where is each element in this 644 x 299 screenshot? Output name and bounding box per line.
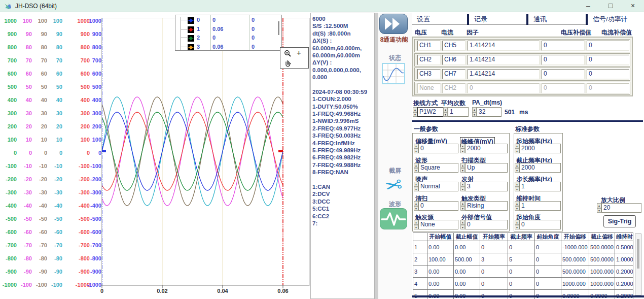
std-param-spinner-3-value[interactable]: 1 xyxy=(519,201,561,211)
pa-dt-spinner-value[interactable]: 32 xyxy=(477,107,502,117)
sweep-table-cell[interactable]: 5 xyxy=(508,253,535,265)
fast-forward-button[interactable] xyxy=(379,14,408,34)
sweep-table-cell[interactable]: 5 xyxy=(413,290,427,299)
gen-param-spinner-9-arrows[interactable]: ▲▼ xyxy=(460,220,465,229)
sweep-table-cell[interactable]: 0.00 xyxy=(427,265,454,278)
sweep-table-cell[interactable]: 500.0000 xyxy=(561,253,589,265)
factor-field[interactable]: 1.414214 xyxy=(468,69,540,79)
sweep-table-cell[interactable]: 0 xyxy=(480,265,508,278)
current-channel-select[interactable]: CH6 xyxy=(442,55,466,65)
gen-param-spinner-3[interactable]: ▲▼Up xyxy=(460,163,508,173)
pa-dt-spinner-arrows[interactable]: ▲▼ xyxy=(472,107,477,117)
gen-param-spinner-4[interactable]: ▲▼Normal xyxy=(414,182,458,191)
gen-param-spinner-9[interactable]: ▲▼0 xyxy=(460,220,508,229)
screenshot-scissors-icon[interactable]: ✂ xyxy=(379,172,407,199)
pa-dt-spinner[interactable]: ▲▼32 xyxy=(472,107,502,117)
sweep-table-cell[interactable]: 500.0000 xyxy=(589,253,615,265)
sweep-table-cell[interactable]: 0 xyxy=(508,265,535,278)
gen-param-spinner-1-value[interactable]: 2000 xyxy=(465,144,508,153)
sweep-table-cell[interactable]: 0 xyxy=(535,253,561,265)
average-count-spinner[interactable]: ▲▼1 xyxy=(443,107,469,117)
zoom-plus-icon[interactable]: + xyxy=(297,48,301,57)
current-comp-field[interactable]: 0 xyxy=(587,69,629,79)
sweep-table-cell[interactable]: 0.00 xyxy=(427,278,454,290)
maximize-button[interactable]: □ xyxy=(599,0,622,12)
sweep-table-cell[interactable]: 0.0000 xyxy=(561,290,589,299)
std-param-spinner-4-value[interactable]: 0 xyxy=(519,220,561,229)
voltage-channel-select[interactable]: CH3 xyxy=(417,69,441,79)
zoom-scale-spinner[interactable]: ▲▼20 xyxy=(597,203,641,213)
std-param-spinner-3[interactable]: ▲▼1 xyxy=(515,201,561,211)
gen-param-spinner-8[interactable]: ▲▼None xyxy=(414,220,458,229)
cursor-marker-icon[interactable] xyxy=(188,35,194,41)
std-param-spinner-2-arrows[interactable]: ▲▼ xyxy=(515,182,519,191)
std-param-spinner-0-arrows[interactable]: ▲▼ xyxy=(515,144,519,153)
std-param-spinner-4-arrows[interactable]: ▲▼ xyxy=(515,220,519,229)
table-scrollbar-thumb[interactable] xyxy=(637,239,639,269)
tab-3[interactable]: 通讯 xyxy=(528,14,586,25)
gen-param-spinner-4-value[interactable]: Normal xyxy=(418,182,458,191)
sweep-table-cell[interactable]: 0.00 xyxy=(454,241,480,253)
gen-param-spinner-0-arrows[interactable]: ▲▼ xyxy=(414,144,418,153)
current-comp-field[interactable]: 0 xyxy=(587,55,629,65)
gen-param-spinner-2[interactable]: ▲▼Square xyxy=(414,163,458,173)
sweep-table-cell[interactable]: 100.00 xyxy=(427,253,454,265)
voltage-comp-field[interactable]: 0 xyxy=(542,55,585,65)
cursor-marker-icon[interactable] xyxy=(188,26,194,32)
sweep-table-cell[interactable]: 2 xyxy=(413,253,427,265)
wiring-mode-spinner-arrows[interactable]: ▲▼ xyxy=(413,107,417,117)
std-param-spinner-1-value[interactable]: 2000 xyxy=(519,163,561,173)
std-param-spinner-4[interactable]: ▲▼0 xyxy=(515,220,561,229)
cursor-legend[interactable]: 00010.06020030.0604 xyxy=(175,15,282,51)
average-count-spinner-value[interactable]: 1 xyxy=(448,107,469,117)
current-channel-select[interactable]: CH7 xyxy=(442,69,466,79)
gen-param-spinner-2-arrows[interactable]: ▲▼ xyxy=(414,163,418,173)
std-param-spinner-2-value[interactable]: 1 xyxy=(519,182,561,191)
pan-tool-icon[interactable] xyxy=(283,58,293,70)
average-count-spinner-arrows[interactable]: ▲▼ xyxy=(443,107,448,117)
sweep-table-cell[interactable]: 0 xyxy=(535,278,561,290)
voltage-comp-field[interactable]: 0 xyxy=(542,69,585,79)
sweep-table-cell[interactable]: 500.0000 xyxy=(589,241,615,253)
cursor-marker-icon[interactable] xyxy=(188,44,194,50)
gen-param-spinner-5-value[interactable]: 3 xyxy=(465,182,508,191)
gen-param-spinner-0-value[interactable]: 0 xyxy=(418,144,458,153)
zoom-scale-spinner-arrows[interactable]: ▲▼ xyxy=(597,203,601,213)
sweep-table-cell[interactable]: 1000.000 xyxy=(589,278,615,290)
waveform-generator-icon[interactable] xyxy=(380,208,407,229)
gen-param-spinner-7-arrows[interactable]: ▲▼ xyxy=(460,201,465,211)
cursor-marker-icon[interactable] xyxy=(188,17,194,23)
wiring-mode-spinner[interactable]: ▲▼P1W2 xyxy=(413,107,444,117)
gen-param-spinner-4-arrows[interactable]: ▲▼ xyxy=(414,182,418,191)
gen-param-spinner-3-value[interactable]: Up xyxy=(465,163,508,173)
legend-scrollbar[interactable] xyxy=(278,21,279,35)
sweep-table-cell[interactable]: 0.00 xyxy=(427,290,454,299)
sweep-table-cell[interactable]: 0.00 xyxy=(454,278,480,290)
gen-param-spinner-8-arrows[interactable]: ▲▼ xyxy=(414,220,418,229)
gen-param-spinner-3-arrows[interactable]: ▲▼ xyxy=(460,163,465,173)
sweep-table-cell[interactable]: 1000.000 xyxy=(561,278,589,290)
std-param-spinner-1-arrows[interactable]: ▲▼ xyxy=(515,163,519,173)
sweep-table-cell[interactable]: 0.2000 xyxy=(615,290,633,299)
gen-param-spinner-5[interactable]: ▲▼3 xyxy=(460,182,508,191)
sweep-table-cell[interactable]: 0 xyxy=(508,290,535,299)
sweep-table-cell[interactable]: 1 xyxy=(413,241,427,253)
sweep-table-cell[interactable]: -1000.000 xyxy=(561,241,589,253)
factor-field[interactable]: 0 xyxy=(468,83,540,93)
zoom-scale-spinner-value[interactable]: 20 xyxy=(601,203,641,213)
sweep-table-cell[interactable]: 0 xyxy=(508,278,535,290)
sweep-table-cell[interactable]: 1000.000 xyxy=(589,265,615,278)
sweep-table-cell[interactable]: 0 xyxy=(480,241,508,253)
sweep-table-cell[interactable]: 0 xyxy=(480,278,508,290)
status-waveform-icon[interactable] xyxy=(382,63,405,84)
sig-trig-button[interactable]: Sig-Trig xyxy=(603,215,636,227)
sweep-table-cell[interactable]: 0.5000 xyxy=(615,241,633,253)
std-param-spinner-0-value[interactable]: 2000 xyxy=(519,144,561,153)
sweep-table-cell[interactable]: 4 xyxy=(413,278,427,290)
voltage-channel-select[interactable]: None xyxy=(417,83,441,93)
table-scrollbar[interactable] xyxy=(635,234,641,295)
sweep-table-cell[interactable]: 0 xyxy=(508,241,535,253)
voltage-comp-field[interactable]: 0 xyxy=(542,41,585,51)
tab-4[interactable]: 信号/功率计 xyxy=(588,14,644,25)
gen-param-spinner-8-value[interactable]: None xyxy=(418,220,458,229)
